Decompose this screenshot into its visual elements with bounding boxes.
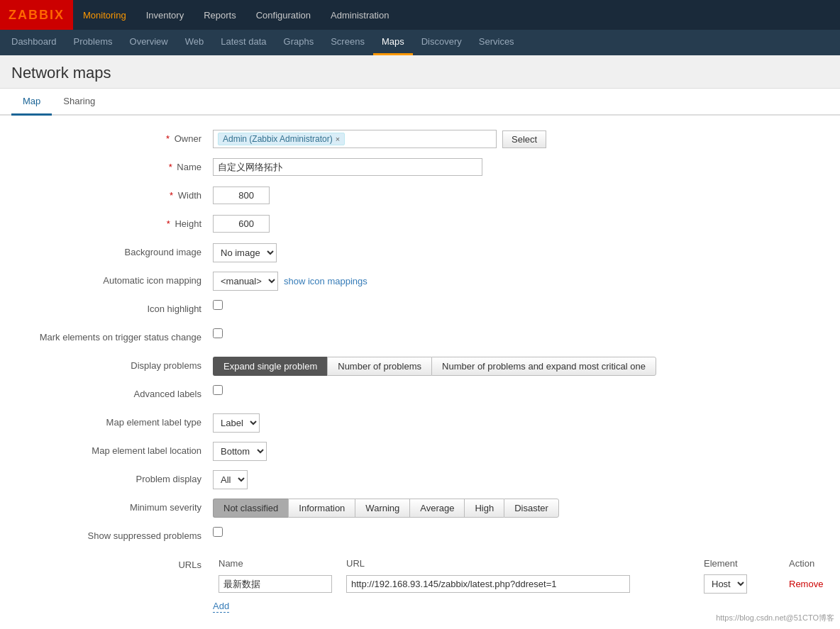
- height-input[interactable]: [213, 215, 270, 233]
- name-required: *: [169, 162, 172, 172]
- url-name-input[interactable]: [219, 575, 332, 593]
- icon-mapping-row: Automatic icon mapping <manual> show ico…: [0, 272, 840, 291]
- show-suppressed-control-wrap: [213, 527, 840, 537]
- problem-display-label: Problem display: [0, 470, 213, 484]
- owner-required: *: [166, 133, 170, 144]
- second-nav-dashboard[interactable]: Dashboard: [3, 30, 65, 55]
- problem-display-row: Problem display All: [0, 470, 840, 490]
- icon-highlight-row: Icon highlight: [0, 300, 840, 320]
- bg-image-row: Background image No image: [0, 243, 840, 263]
- width-control-wrap: [213, 187, 840, 204]
- width-label: * Width: [0, 187, 213, 201]
- problem-display-control-wrap: All: [213, 470, 840, 489]
- top-navbar: ZABBIX Monitoring Inventory Reports Conf…: [0, 0, 840, 30]
- top-nav-monitoring[interactable]: Monitoring: [73, 0, 136, 30]
- url-action-cell: Remove: [783, 572, 840, 596]
- top-nav-reports[interactable]: Reports: [194, 0, 246, 30]
- urls-control-wrap: Name URL Element Action: [213, 555, 840, 613]
- minimum-severity-row: Minimum severity Not classified Informat…: [0, 499, 840, 518]
- icon-mapping-label: Automatic icon mapping: [0, 272, 213, 286]
- icon-highlight-checkbox[interactable]: [213, 300, 223, 310]
- advanced-labels-label: Advanced labels: [0, 385, 213, 399]
- content-area: Map Sharing * Owner Admin (Zabbix Admini…: [0, 89, 840, 629]
- url-element-select[interactable]: Host: [704, 574, 747, 594]
- second-nav-maps[interactable]: Maps: [373, 30, 413, 55]
- url-element-cell: Host: [698, 572, 783, 596]
- logo: ZABBIX: [0, 0, 73, 30]
- owner-input-box: Admin (Zabbix Administrator) ×: [213, 130, 497, 148]
- table-row: Host Remove: [213, 572, 840, 596]
- label-location-select[interactable]: Bottom: [213, 442, 267, 461]
- icon-highlight-label: Icon highlight: [0, 300, 213, 314]
- url-url-input[interactable]: [346, 575, 630, 593]
- label-type-select[interactable]: Label: [213, 413, 260, 433]
- label-type-row: Map element label type Label: [0, 413, 840, 433]
- second-nav-discovery[interactable]: Discovery: [413, 30, 470, 55]
- display-problems-expand-single[interactable]: Expand single problem: [213, 357, 327, 376]
- width-row: * Width: [0, 187, 840, 206]
- top-nav-administration[interactable]: Administration: [321, 0, 399, 30]
- action-buttons: Add Cancel: [0, 621, 840, 629]
- icon-mapping-select[interactable]: <manual>: [213, 272, 278, 291]
- second-nav-overview[interactable]: Overview: [121, 30, 177, 55]
- second-nav-graphs[interactable]: Graphs: [275, 30, 323, 55]
- bg-image-control-wrap: No image: [213, 243, 840, 262]
- urls-col-name-header: Name: [213, 555, 341, 572]
- top-nav-items: Monitoring Inventory Reports Configurati…: [73, 0, 399, 30]
- name-label: * Name: [0, 158, 213, 172]
- severity-warning[interactable]: Warning: [355, 499, 409, 518]
- tab-sharing[interactable]: Sharing: [52, 89, 106, 116]
- show-suppressed-row: Show suppressed problems: [0, 527, 840, 547]
- owner-tag-text: Admin (Zabbix Administrator): [223, 134, 333, 144]
- display-problems-group: Expand single problem Number of problems…: [213, 357, 656, 376]
- urls-col-action-header: Action: [783, 555, 840, 572]
- url-name-cell: [213, 572, 341, 596]
- add-url-link[interactable]: Add: [213, 601, 229, 613]
- severity-high[interactable]: High: [464, 499, 504, 518]
- advanced-labels-checkbox[interactable]: [213, 385, 223, 395]
- severity-information[interactable]: Information: [288, 499, 355, 518]
- mark-elements-checkbox[interactable]: [213, 328, 223, 338]
- urls-label: URLs: [0, 555, 213, 570]
- top-nav-inventory[interactable]: Inventory: [136, 0, 194, 30]
- bg-image-label: Background image: [0, 243, 213, 257]
- severity-not-classified[interactable]: Not classified: [213, 499, 288, 518]
- display-problems-number[interactable]: Number of problems: [327, 357, 431, 376]
- label-location-label: Map element label location: [0, 442, 213, 456]
- urls-col-url-header: URL: [341, 555, 698, 572]
- tab-map[interactable]: Map: [11, 89, 52, 116]
- owner-remove-icon[interactable]: ×: [336, 135, 340, 143]
- problem-display-select[interactable]: All: [213, 470, 248, 489]
- second-nav-services[interactable]: Services: [470, 30, 523, 55]
- owner-label: * Owner: [0, 130, 213, 144]
- severity-disaster[interactable]: Disaster: [504, 499, 559, 518]
- owner-row: * Owner Admin (Zabbix Administrator) × S…: [0, 130, 840, 150]
- severity-average[interactable]: Average: [409, 499, 464, 518]
- select-owner-button[interactable]: Select: [502, 130, 546, 148]
- name-control-wrap: [213, 158, 840, 176]
- minimum-severity-label: Minimum severity: [0, 499, 213, 513]
- display-problems-row: Display problems Expand single problem N…: [0, 357, 840, 377]
- advanced-labels-control-wrap: [213, 385, 840, 395]
- icon-mapping-control-wrap: <manual> show icon mappings: [213, 272, 840, 291]
- bg-image-select[interactable]: No image: [213, 243, 277, 262]
- show-icon-mappings-link[interactable]: show icon mappings: [284, 276, 368, 286]
- second-nav-latest-data[interactable]: Latest data: [212, 30, 275, 55]
- width-input[interactable]: [213, 187, 270, 204]
- urls-row: URLs Name URL Element Action: [0, 555, 840, 613]
- second-nav-problems[interactable]: Problems: [65, 30, 121, 55]
- form-body: * Owner Admin (Zabbix Administrator) × S…: [0, 116, 840, 629]
- second-nav-web[interactable]: Web: [177, 30, 213, 55]
- mark-elements-control-wrap: [213, 328, 840, 338]
- url-remove-link[interactable]: Remove: [789, 579, 823, 589]
- display-problems-label: Display problems: [0, 357, 213, 371]
- height-label: * Height: [0, 215, 213, 229]
- display-problems-number-expand[interactable]: Number of problems and expand most criti…: [431, 357, 656, 376]
- label-type-label: Map element label type: [0, 413, 213, 428]
- advanced-labels-row: Advanced labels: [0, 385, 840, 405]
- top-nav-configuration[interactable]: Configuration: [246, 0, 321, 30]
- show-suppressed-checkbox[interactable]: [213, 527, 223, 537]
- name-row: * Name: [0, 158, 840, 178]
- second-nav-screens[interactable]: Screens: [322, 30, 373, 55]
- name-input[interactable]: [213, 158, 482, 176]
